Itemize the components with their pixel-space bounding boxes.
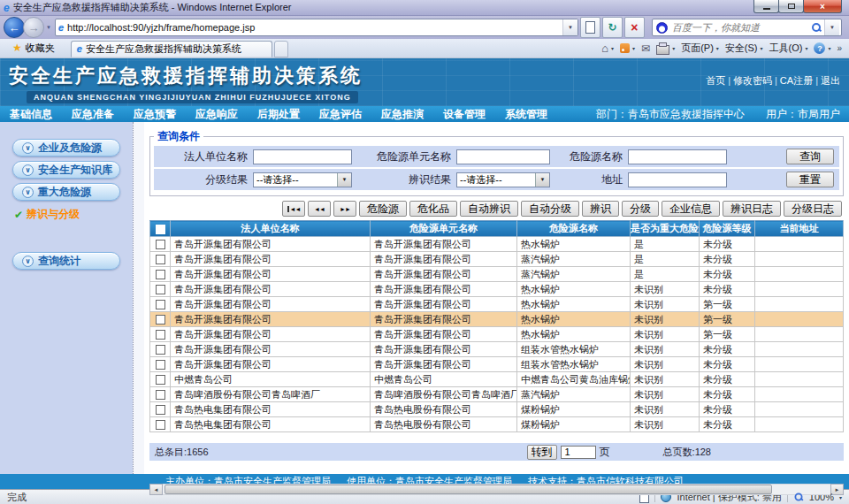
row-checkbox[interactable] bbox=[156, 315, 165, 325]
chevron-down-icon[interactable]: ▼ bbox=[535, 173, 549, 187]
menu-item-8[interactable]: 系统管理 bbox=[495, 107, 557, 122]
address-dropdown[interactable]: ▼ bbox=[562, 19, 577, 35]
browser-tab[interactable]: e 安全生产应急救援指挥辅助决策系统 bbox=[71, 41, 272, 57]
table-row[interactable]: 青岛开源集团有限公司青岛开源集团有限公司热水锅炉未识别未分级 bbox=[150, 282, 844, 297]
help-button[interactable]: ?▾ bbox=[814, 42, 830, 54]
page-menu[interactable]: 页面(P)▾ bbox=[681, 42, 719, 55]
top-link-3[interactable]: 退出 bbox=[821, 75, 840, 86]
pager-prev-button[interactable]: ◄◄ bbox=[308, 201, 331, 217]
row-checkbox[interactable] bbox=[156, 405, 165, 415]
safety-menu[interactable]: 安全(S)▾ bbox=[725, 42, 763, 55]
address-bar[interactable]: e http://localhost:90/yjzh/frame/homepag… bbox=[55, 19, 578, 36]
row-checkbox[interactable] bbox=[156, 300, 165, 309]
history-dropdown-icon[interactable]: ▼ bbox=[46, 25, 51, 30]
print-button[interactable]: ▾ bbox=[656, 42, 675, 55]
favorites-button[interactable]: ★ 收藏夹 bbox=[7, 40, 60, 56]
menu-item-3[interactable]: 应急响应 bbox=[186, 107, 248, 122]
text-field[interactable] bbox=[628, 172, 727, 187]
row-checkbox[interactable] bbox=[156, 420, 165, 430]
sidebar-button-2[interactable]: ∨重大危险源 bbox=[12, 183, 120, 201]
action-button-0[interactable]: 危险源 bbox=[359, 201, 407, 217]
action-button-6[interactable]: 企业信息 bbox=[662, 201, 720, 217]
row-checkbox[interactable] bbox=[156, 270, 165, 279]
scrollbar-track[interactable] bbox=[163, 484, 830, 495]
pager-first-button[interactable]: ◄◄ bbox=[282, 201, 305, 217]
search-icon[interactable] bbox=[811, 22, 822, 33]
feeds-button[interactable]: ▾ bbox=[620, 43, 635, 53]
sidebar-item-stats[interactable]: ∨ 查询统计 bbox=[12, 252, 120, 270]
table-row[interactable]: 青岛开源集团有限公司青岛开源集团有限公司热水锅炉未识别第一级 bbox=[150, 327, 844, 342]
table-row[interactable]: 青岛开源集团有限公司青岛开源集团有限公司热水锅炉未识别第一级 bbox=[150, 312, 844, 327]
action-button-3[interactable]: 自动分级 bbox=[521, 201, 579, 217]
home-button[interactable]: ⌂▾ bbox=[601, 42, 614, 54]
row-checkbox[interactable] bbox=[156, 330, 165, 340]
tools-menu[interactable]: 工具(O)▾ bbox=[769, 42, 808, 55]
search-box[interactable]: 百度一下，你就知道 ▼ bbox=[652, 19, 842, 36]
sidebar-item-active[interactable]: ✔ 辨识与分级 bbox=[14, 207, 133, 222]
horizontal-scrollbar[interactable]: ◄ ► bbox=[149, 484, 844, 495]
page-input[interactable] bbox=[561, 446, 596, 459]
top-link-0[interactable]: 首页 bbox=[706, 75, 725, 86]
action-button-2[interactable]: 自动辨识 bbox=[460, 201, 518, 217]
menu-item-2[interactable]: 应急预警 bbox=[124, 107, 186, 122]
table-row[interactable]: 青岛啤酒股份有限公司青岛啤酒厂青岛啤酒股份有限公司青岛啤酒厂蒸汽锅炉未识别未分级 bbox=[150, 387, 844, 402]
scrollbar-thumb[interactable] bbox=[164, 485, 772, 494]
action-button-1[interactable]: 危化品 bbox=[409, 201, 457, 217]
row-checkbox[interactable] bbox=[156, 240, 165, 249]
select-field[interactable]: --请选择--▼ bbox=[253, 172, 352, 187]
table-row[interactable]: 青岛热电集团有限公司青岛热电股份有限公司煤粉锅炉未识别未分级 bbox=[150, 417, 844, 432]
search-dropdown[interactable]: ▼ bbox=[824, 19, 839, 35]
top-link-1[interactable]: 修改密码 bbox=[733, 75, 772, 86]
action-button-4[interactable]: 辨识 bbox=[582, 201, 619, 217]
menu-item-5[interactable]: 应急评估 bbox=[310, 107, 371, 122]
table-row[interactable]: 青岛开源集团有限公司青岛开源集团有限公司蒸汽锅炉是未分级 bbox=[150, 267, 844, 282]
row-checkbox[interactable] bbox=[156, 345, 165, 355]
sidebar-button-0[interactable]: ∨企业及危险源 bbox=[12, 139, 120, 157]
text-field[interactable] bbox=[456, 149, 550, 164]
sidebar-button-1[interactable]: ∨安全生产知识库 bbox=[12, 161, 120, 179]
menu-item-1[interactable]: 应急准备 bbox=[62, 107, 124, 122]
menu-item-7[interactable]: 设备管理 bbox=[433, 107, 495, 122]
menu-item-0[interactable]: 基础信息 bbox=[0, 107, 62, 122]
url-text[interactable]: http://localhost:90/yjzh/frame/homepage.… bbox=[67, 22, 562, 33]
new-tab-stub[interactable] bbox=[274, 41, 288, 57]
forward-button[interactable]: → bbox=[23, 17, 44, 38]
action-button-5[interactable]: 分级 bbox=[622, 201, 659, 217]
goto-button[interactable]: 转到 bbox=[527, 445, 557, 460]
text-field[interactable] bbox=[628, 149, 727, 164]
text-field[interactable] bbox=[253, 149, 352, 164]
reset-button[interactable]: 重置 bbox=[786, 172, 834, 187]
table-row[interactable]: 青岛开源集团有限公司青岛开源集团有限公司蒸汽锅炉是未分级 bbox=[150, 252, 844, 267]
row-checkbox[interactable] bbox=[156, 285, 165, 294]
table-row[interactable]: 青岛开源集团有限公司青岛开源集团有限公司组装水管热水锅炉未识别未分级 bbox=[150, 357, 844, 372]
select-field[interactable]: --请选择--▼ bbox=[456, 172, 550, 187]
row-checkbox[interactable] bbox=[156, 360, 165, 370]
stop-button[interactable]: × bbox=[624, 17, 645, 38]
minimize-button[interactable] bbox=[753, 0, 779, 13]
zoom-dropdown[interactable]: ▾ bbox=[839, 494, 842, 500]
scroll-left-button[interactable]: ◄ bbox=[149, 484, 163, 495]
search-input[interactable]: 百度一下，你就知道 bbox=[668, 21, 808, 34]
row-checkbox[interactable] bbox=[156, 255, 165, 264]
select-all-checkbox[interactable] bbox=[156, 225, 165, 234]
row-checkbox[interactable] bbox=[156, 375, 165, 385]
action-button-8[interactable]: 分级日志 bbox=[784, 201, 842, 217]
close-button[interactable]: × bbox=[803, 0, 842, 13]
action-button-7[interactable]: 辨识日志 bbox=[723, 201, 781, 217]
table-row[interactable]: 青岛热电集团有限公司青岛热电股份有限公司煤粉锅炉未识别未分级 bbox=[150, 402, 844, 417]
menu-item-4[interactable]: 后期处置 bbox=[248, 107, 310, 122]
chevron-down-icon[interactable]: ▼ bbox=[337, 173, 351, 187]
pager-next-button[interactable]: ►► bbox=[333, 201, 356, 217]
top-link-2[interactable]: CA注册 bbox=[780, 75, 813, 86]
row-checkbox[interactable] bbox=[156, 390, 165, 400]
refresh-button[interactable]: ↻ bbox=[602, 17, 623, 38]
back-button[interactable]: ← bbox=[4, 17, 25, 38]
more-toolbar-chevron[interactable]: » bbox=[837, 43, 842, 53]
read-mail-button[interactable]: ✉ bbox=[641, 43, 650, 54]
table-row[interactable]: 青岛开源集团有限公司青岛开源集团有限公司热水锅炉是未分级 bbox=[150, 237, 844, 252]
splitter[interactable] bbox=[133, 122, 144, 474]
table-row[interactable]: 中燃青岛公司中燃青岛公司中燃青岛公司黄岛油库锅炉未识别未分级 bbox=[150, 372, 844, 387]
compatibility-view-button[interactable] bbox=[580, 17, 600, 38]
table-row[interactable]: 青岛开源集团有限公司青岛开源集团有限公司组装水管热水锅炉未识别未分级 bbox=[150, 342, 844, 357]
menu-item-6[interactable]: 应急推演 bbox=[371, 107, 433, 122]
